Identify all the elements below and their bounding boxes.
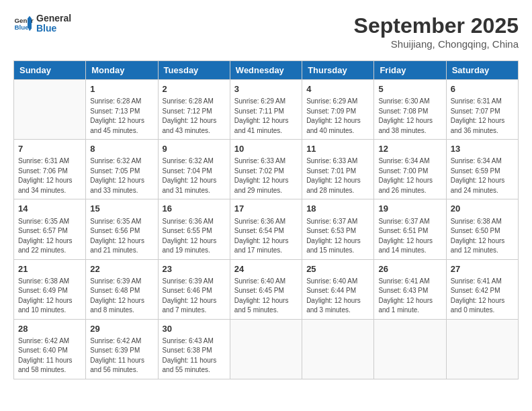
- day-number: 6: [451, 83, 514, 95]
- day-info: Sunrise: 6:38 AM Sunset: 6:49 PM Dayligh…: [18, 277, 81, 316]
- calendar-cell: 20Sunrise: 6:38 AM Sunset: 6:50 PM Dayli…: [446, 199, 518, 259]
- calendar-week-row: 7Sunrise: 6:31 AM Sunset: 7:06 PM Daylig…: [14, 140, 519, 199]
- logo: General Blue General Blue: [13, 13, 71, 34]
- day-number: 3: [234, 83, 298, 95]
- calendar-cell: 19Sunrise: 6:37 AM Sunset: 6:51 PM Dayli…: [374, 199, 446, 259]
- page-header: General Blue General Blue September 2025…: [13, 13, 519, 50]
- day-number: 1: [90, 83, 153, 95]
- calendar-week-row: 28Sunrise: 6:42 AM Sunset: 6:40 PM Dayli…: [14, 319, 519, 379]
- day-number: 9: [163, 143, 226, 155]
- calendar-cell: 8Sunrise: 6:32 AM Sunset: 7:05 PM Daylig…: [86, 140, 158, 199]
- calendar-cell: 28Sunrise: 6:42 AM Sunset: 6:40 PM Dayli…: [14, 319, 86, 379]
- calendar-cell: 4Sunrise: 6:29 AM Sunset: 7:09 PM Daylig…: [302, 80, 374, 140]
- day-number: 17: [234, 203, 298, 215]
- day-info: Sunrise: 6:28 AM Sunset: 7:13 PM Dayligh…: [90, 97, 153, 136]
- calendar-cell: 16Sunrise: 6:36 AM Sunset: 6:55 PM Dayli…: [158, 199, 230, 259]
- calendar-cell: 25Sunrise: 6:40 AM Sunset: 6:44 PM Dayli…: [302, 259, 374, 319]
- calendar-cell: 23Sunrise: 6:39 AM Sunset: 6:46 PM Dayli…: [158, 259, 230, 319]
- day-number: 24: [234, 263, 298, 275]
- month-title: September 2025: [354, 13, 519, 38]
- day-info: Sunrise: 6:36 AM Sunset: 6:55 PM Dayligh…: [163, 217, 226, 256]
- calendar-table: SundayMondayTuesdayWednesdayThursdayFrid…: [13, 60, 519, 379]
- title-section: September 2025 Shuijiang, Chongqing, Chi…: [354, 13, 519, 50]
- calendar-week-row: 14Sunrise: 6:35 AM Sunset: 6:57 PM Dayli…: [14, 199, 519, 259]
- day-info: Sunrise: 6:40 AM Sunset: 6:44 PM Dayligh…: [306, 277, 369, 316]
- day-info: Sunrise: 6:39 AM Sunset: 6:48 PM Dayligh…: [90, 277, 153, 316]
- day-info: Sunrise: 6:37 AM Sunset: 6:53 PM Dayligh…: [306, 217, 369, 256]
- day-info: Sunrise: 6:30 AM Sunset: 7:08 PM Dayligh…: [378, 97, 441, 136]
- calendar-cell: 11Sunrise: 6:33 AM Sunset: 7:01 PM Dayli…: [302, 140, 374, 199]
- calendar-cell: [14, 80, 86, 140]
- logo-icon: General Blue: [13, 13, 34, 34]
- day-info: Sunrise: 6:33 AM Sunset: 7:02 PM Dayligh…: [234, 156, 298, 195]
- day-info: Sunrise: 6:42 AM Sunset: 6:40 PM Dayligh…: [18, 336, 81, 375]
- calendar-cell: 22Sunrise: 6:39 AM Sunset: 6:48 PM Dayli…: [86, 259, 158, 319]
- day-number: 18: [306, 203, 369, 215]
- day-number: 23: [163, 263, 226, 275]
- day-info: Sunrise: 6:36 AM Sunset: 6:54 PM Dayligh…: [234, 217, 298, 256]
- day-number: 28: [18, 323, 81, 335]
- calendar-cell: 13Sunrise: 6:34 AM Sunset: 6:59 PM Dayli…: [446, 140, 518, 199]
- day-of-week-header: Wednesday: [230, 61, 302, 80]
- calendar-week-row: 21Sunrise: 6:38 AM Sunset: 6:49 PM Dayli…: [14, 259, 519, 319]
- logo-blue: Blue: [36, 24, 71, 34]
- day-info: Sunrise: 6:39 AM Sunset: 6:46 PM Dayligh…: [163, 277, 226, 316]
- calendar-header-row: SundayMondayTuesdayWednesdayThursdayFrid…: [14, 61, 519, 80]
- day-number: 22: [90, 263, 153, 275]
- day-number: 2: [163, 83, 226, 95]
- day-number: 25: [306, 263, 369, 275]
- day-info: Sunrise: 6:38 AM Sunset: 6:50 PM Dayligh…: [451, 217, 514, 256]
- day-number: 10: [234, 143, 298, 155]
- day-info: Sunrise: 6:41 AM Sunset: 6:43 PM Dayligh…: [378, 277, 441, 316]
- calendar-cell: 5Sunrise: 6:30 AM Sunset: 7:08 PM Daylig…: [374, 80, 446, 140]
- calendar-cell: 21Sunrise: 6:38 AM Sunset: 6:49 PM Dayli…: [14, 259, 86, 319]
- calendar-cell: 14Sunrise: 6:35 AM Sunset: 6:57 PM Dayli…: [14, 199, 86, 259]
- day-info: Sunrise: 6:29 AM Sunset: 7:09 PM Dayligh…: [306, 97, 369, 136]
- day-info: Sunrise: 6:35 AM Sunset: 6:57 PM Dayligh…: [18, 217, 81, 256]
- day-info: Sunrise: 6:29 AM Sunset: 7:11 PM Dayligh…: [234, 97, 298, 136]
- day-info: Sunrise: 6:32 AM Sunset: 7:04 PM Dayligh…: [163, 156, 226, 195]
- svg-text:Blue: Blue: [15, 24, 30, 31]
- day-of-week-header: Monday: [86, 61, 158, 80]
- calendar-cell: 7Sunrise: 6:31 AM Sunset: 7:06 PM Daylig…: [14, 140, 86, 199]
- day-info: Sunrise: 6:31 AM Sunset: 7:06 PM Dayligh…: [18, 156, 81, 195]
- calendar-cell: 18Sunrise: 6:37 AM Sunset: 6:53 PM Dayli…: [302, 199, 374, 259]
- day-number: 20: [451, 203, 514, 215]
- calendar-cell: [374, 319, 446, 379]
- day-info: Sunrise: 6:43 AM Sunset: 6:38 PM Dayligh…: [163, 336, 226, 375]
- day-number: 29: [90, 323, 153, 335]
- day-of-week-header: Thursday: [302, 61, 374, 80]
- day-number: 19: [378, 203, 441, 215]
- day-number: 13: [451, 143, 514, 155]
- day-number: 30: [163, 323, 226, 335]
- location-subtitle: Shuijiang, Chongqing, China: [354, 38, 519, 50]
- day-info: Sunrise: 6:42 AM Sunset: 6:39 PM Dayligh…: [90, 336, 153, 375]
- calendar-cell: 9Sunrise: 6:32 AM Sunset: 7:04 PM Daylig…: [158, 140, 230, 199]
- day-number: 26: [378, 263, 441, 275]
- calendar-cell: 15Sunrise: 6:35 AM Sunset: 6:56 PM Dayli…: [86, 199, 158, 259]
- day-of-week-header: Sunday: [14, 61, 86, 80]
- day-number: 21: [18, 263, 81, 275]
- day-info: Sunrise: 6:37 AM Sunset: 6:51 PM Dayligh…: [378, 217, 441, 256]
- day-info: Sunrise: 6:33 AM Sunset: 7:01 PM Dayligh…: [306, 156, 369, 195]
- day-info: Sunrise: 6:34 AM Sunset: 7:00 PM Dayligh…: [378, 156, 441, 195]
- calendar-cell: 12Sunrise: 6:34 AM Sunset: 7:00 PM Dayli…: [374, 140, 446, 199]
- day-number: 27: [451, 263, 514, 275]
- day-of-week-header: Saturday: [446, 61, 518, 80]
- day-info: Sunrise: 6:40 AM Sunset: 6:45 PM Dayligh…: [234, 277, 298, 316]
- logo-general: General: [36, 13, 71, 24]
- day-number: 8: [90, 143, 153, 155]
- day-number: 15: [90, 203, 153, 215]
- calendar-cell: 17Sunrise: 6:36 AM Sunset: 6:54 PM Dayli…: [230, 199, 302, 259]
- day-number: 14: [18, 203, 81, 215]
- calendar-week-row: 1Sunrise: 6:28 AM Sunset: 7:13 PM Daylig…: [14, 80, 519, 140]
- day-info: Sunrise: 6:34 AM Sunset: 6:59 PM Dayligh…: [451, 156, 514, 195]
- calendar-cell: 10Sunrise: 6:33 AM Sunset: 7:02 PM Dayli…: [230, 140, 302, 199]
- day-number: 16: [163, 203, 226, 215]
- day-info: Sunrise: 6:35 AM Sunset: 6:56 PM Dayligh…: [90, 217, 153, 256]
- day-number: 5: [378, 83, 441, 95]
- day-number: 12: [378, 143, 441, 155]
- day-info: Sunrise: 6:31 AM Sunset: 7:07 PM Dayligh…: [451, 97, 514, 136]
- day-of-week-header: Friday: [374, 61, 446, 80]
- day-of-week-header: Tuesday: [158, 61, 230, 80]
